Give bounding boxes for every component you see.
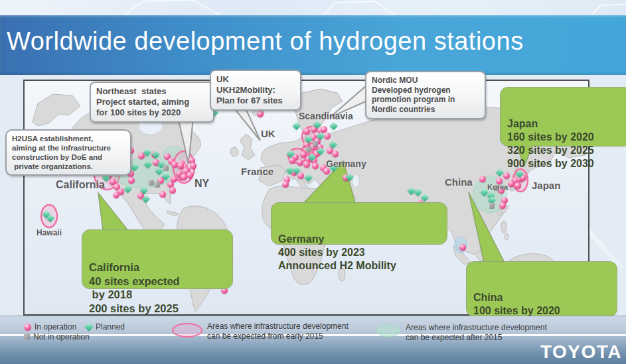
station-in-operation-marker — [171, 176, 177, 182]
station-in-operation-marker — [190, 162, 196, 169]
hexagon-pattern — [0, 0, 626, 15]
japan-target-lines: 160 sites by 2020 320 sites by 2025 900 … — [507, 131, 594, 169]
station-not-in-operation-marker — [489, 203, 495, 208]
northeast-states-callout: Northeast states Project started, aiming… — [90, 82, 214, 123]
station-in-operation-marker — [479, 176, 486, 182]
germany-target-box: Germany400 sites by 2023 Announced H2 Mo… — [271, 202, 447, 245]
map-label-korea: Korea — [487, 183, 508, 191]
germany-target-title: Germany — [278, 233, 440, 246]
germany-target-lines: 400 sites by 2023 Announced H2 Mobility — [278, 247, 396, 271]
station-in-operation-marker — [312, 162, 319, 169]
legend-after-2015-area: Areas where infrastructure development c… — [406, 323, 547, 343]
early-2015-area-icon — [172, 323, 202, 337]
station-in-operation-marker — [303, 161, 310, 168]
china-target-title: China — [473, 291, 610, 304]
station-in-operation-marker — [257, 111, 264, 117]
slide: Worldwide development of hydrogen statio… — [0, 0, 626, 364]
station-in-operation-marker — [169, 187, 176, 194]
japan-target-box: Japan160 sites by 2020 320 sites by 2025… — [500, 87, 626, 147]
map-label-uk: UK — [261, 128, 275, 139]
uk-mobility-callout: UK UKH2Mobility: Plan for 67 sites — [210, 70, 301, 111]
china-target-box: China100 sites by 2020 350 sites by 2025… — [466, 261, 617, 317]
station-in-operation-marker — [324, 133, 331, 139]
station-in-operation-marker — [128, 177, 135, 184]
station-in-operation-marker — [303, 128, 310, 135]
nordic-mou-callout: Nordic MOU Developed hydrogen promotion … — [365, 71, 486, 119]
map-label-china: China — [445, 176, 473, 188]
station-in-operation-marker — [321, 126, 327, 133]
station-in-operation-marker — [282, 181, 289, 188]
station-in-operation-marker — [289, 157, 295, 164]
map-label-germany: Germany — [326, 158, 366, 169]
map-label-france: France — [241, 166, 274, 177]
station-in-operation-marker — [459, 244, 466, 251]
station-in-operation-marker — [332, 151, 339, 157]
top-decor-strip — [0, 0, 626, 15]
legend-planned: Planned — [96, 322, 125, 332]
legend-in-operation: In operation — [35, 322, 76, 332]
in-operation-icon — [24, 324, 31, 331]
h2usa-callout: H2USA establishment, aiming at the infra… — [5, 129, 131, 176]
japan-target-title: Japan — [507, 117, 624, 131]
legend-not-in-operation: Not in operation — [33, 332, 90, 342]
california-target-lines: 40 sites expected by 2018 200 sites by 2… — [89, 275, 180, 314]
legend-footer: In operation Planned Not in operation Ar… — [0, 316, 626, 364]
legend-early-2015-area: Areas where infrastructure development c… — [207, 322, 349, 341]
station-in-operation-marker — [113, 192, 119, 198]
station-in-operation-marker — [297, 159, 303, 166]
station-not-in-operation-marker — [155, 182, 160, 187]
station-not-in-operation-marker — [313, 141, 318, 147]
station-in-operation-marker — [499, 202, 506, 209]
station-in-operation-marker — [187, 172, 193, 178]
map-label-scandinavia: Scandinavia — [299, 111, 353, 121]
station-in-operation-marker — [159, 191, 166, 198]
after-2015-area-icon — [376, 324, 400, 337]
california-target-title: California — [89, 261, 226, 274]
station-in-operation-marker — [297, 172, 304, 179]
map-label-california: California — [56, 179, 105, 191]
station-not-in-operation-marker — [163, 165, 169, 170]
map-label-ny: NY — [195, 178, 209, 190]
not-in-operation-icon — [24, 334, 30, 339]
page-title: Worldwide development of hydrogen statio… — [7, 27, 524, 56]
station-not-in-operation-marker — [149, 180, 154, 185]
toyota-logo: TOYOTA — [540, 341, 622, 363]
station-not-in-operation-marker — [306, 147, 311, 152]
planned-icon — [84, 322, 94, 332]
title-bar: Worldwide development of hydrogen statio… — [0, 15, 626, 75]
california-target-box: California40 sites expected by 2018 200 … — [82, 229, 233, 289]
map-label-hawaii: Hawaii — [37, 228, 62, 237]
